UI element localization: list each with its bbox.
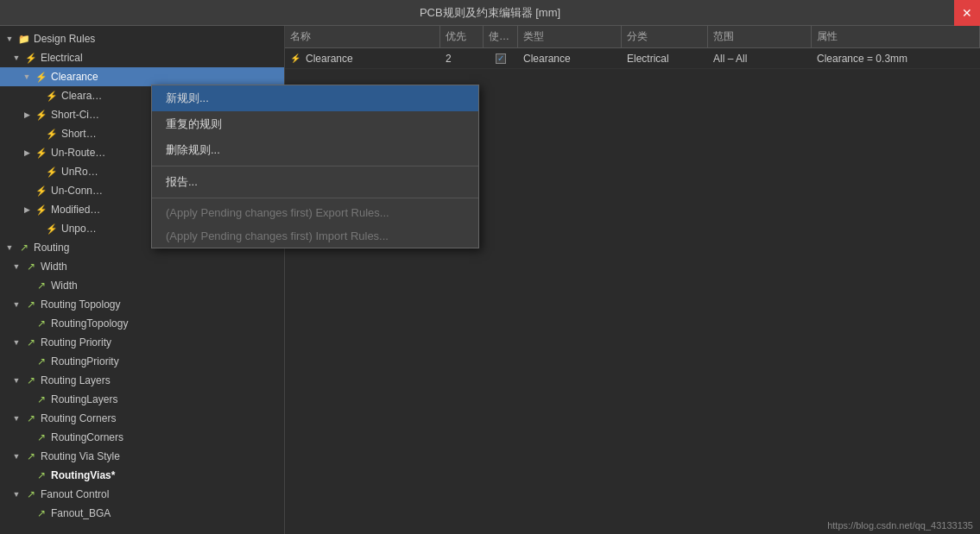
node-icon: ↗ — [35, 355, 48, 368]
tree-item-routing-vias-item[interactable]: ↗RoutingVias* — [0, 466, 284, 485]
tree-item-routing-priority-item[interactable]: ↗RoutingPriority — [0, 352, 284, 371]
node-icon: ⚡ — [35, 70, 48, 84]
cell-name: ⚡ Clearance — [285, 48, 440, 68]
tree-item-label: RoutingLayers — [51, 393, 117, 405]
expand-icon: ▼ — [10, 488, 22, 500]
tree-item-electrical[interactable]: ▼⚡Electrical — [0, 48, 284, 67]
node-icon: ⚡ — [45, 222, 59, 236]
tree-item-label: Cleara… — [61, 90, 102, 102]
tree-item-label: RoutingTopology — [51, 317, 128, 330]
cell-scope: All – All — [708, 48, 812, 68]
tree-item-label: Electrical — [41, 52, 83, 64]
tree-item-label: RoutingVias* — [51, 469, 115, 481]
node-icon: ⚡ — [24, 51, 38, 65]
tree-item-label: Modified… — [51, 204, 100, 216]
node-icon: ⚡ — [45, 89, 59, 103]
menu-item-delete-rule[interactable]: 删除规则... — [152, 137, 478, 163]
expand-icon — [21, 507, 33, 519]
col-header-priority: 优先 — [440, 26, 484, 47]
tree-item-label: Width — [51, 280, 78, 292]
node-icon: ↗ — [24, 487, 38, 501]
expand-icon: ▼ — [10, 261, 22, 273]
node-icon: ⚡ — [35, 203, 48, 217]
tree-item-fanout-bga[interactable]: ↗Fanout_BGA — [0, 504, 284, 523]
tree-item-routing-via-style[interactable]: ▼↗Routing Via Style — [0, 447, 284, 466]
table-row[interactable]: ⚡ Clearance 2 ✓ Clearance Electrical All… — [285, 48, 980, 69]
tree-item-routing-corners-item[interactable]: ↗RoutingCorners — [0, 428, 284, 447]
col-header-category: 分类 — [622, 26, 708, 47]
expand-icon: ▼ — [10, 412, 22, 424]
cell-category: Electrical — [622, 48, 708, 68]
cell-attr: Clearance = 0.3mm — [812, 48, 980, 68]
expand-icon: ▼ — [10, 298, 22, 311]
expand-icon: ▶ — [21, 204, 33, 216]
expand-icon — [21, 185, 33, 197]
tree-item-clearance-group[interactable]: ▼⚡Clearance — [0, 67, 284, 86]
title-bar-title: PCB规则及约束编辑器 [mm] — [420, 5, 560, 21]
col-header-name: 名称 — [285, 26, 440, 47]
enabled-checkbox[interactable]: ✓ — [496, 53, 506, 64]
context-menu: 新规则...重复的规则删除规则...报告...(Apply Pending ch… — [151, 85, 479, 248]
node-icon: ↗ — [35, 393, 48, 406]
tree-item-label: Fanout_BGA — [51, 507, 111, 519]
tree-item-routing-priority[interactable]: ▼↗Routing Priority — [0, 333, 284, 352]
node-icon: ⚡ — [45, 127, 59, 141]
expand-icon: ▶ — [21, 147, 33, 159]
cell-type: Clearance — [518, 48, 622, 68]
tree-item-label: Short… — [61, 128, 97, 140]
expand-icon: ▼ — [3, 33, 16, 45]
menu-item-new-rule[interactable]: 新规则... — [152, 85, 478, 111]
menu-item-report[interactable]: 报告... — [152, 169, 478, 195]
expand-icon: ▼ — [10, 374, 22, 386]
col-header-scope: 范围 — [708, 26, 812, 47]
menu-item-duplicate-rule[interactable]: 重复的规则 — [152, 111, 478, 137]
tree-item-label: Routing Corners — [41, 412, 116, 424]
tree-item-label: Clearance — [51, 71, 98, 83]
node-icon: ↗ — [35, 430, 48, 444]
expand-icon — [21, 431, 33, 443]
menu-item-export-rules: (Apply Pending changes first) Export Rul… — [152, 201, 478, 224]
col-header-attr: 属性 — [812, 26, 980, 47]
tree-item-label: Short-Ci… — [51, 109, 99, 121]
tree-item-label: RoutingPriority — [51, 355, 119, 368]
node-icon: ↗ — [35, 317, 48, 330]
expand-icon — [31, 223, 43, 235]
tree-item-width-group[interactable]: ▼↗Width — [0, 257, 284, 276]
menu-item-import-rules: (Apply Pending changes first) Import Rul… — [152, 224, 478, 248]
node-icon: ↗ — [24, 336, 38, 349]
tree-item-label: Fanout Control — [41, 488, 109, 500]
tree-item-routing-topology-item[interactable]: ↗RoutingTopology — [0, 314, 284, 333]
node-icon: ↗ — [35, 279, 48, 292]
tree-item-routing-topology[interactable]: ▼↗Routing Topology — [0, 295, 284, 314]
node-icon: ↗ — [35, 506, 48, 520]
expand-icon: ▼ — [10, 52, 22, 64]
tree-item-label: Routing Priority — [41, 336, 111, 349]
tree-item-label: Unpo… — [61, 223, 97, 235]
node-icon: 📁 — [17, 32, 31, 46]
expand-icon — [21, 280, 33, 292]
expand-icon: ▶ — [21, 109, 33, 121]
tree-item-label: UnRo… — [61, 166, 98, 178]
tree-item-width-item[interactable]: ↗Width — [0, 276, 284, 295]
status-bar: https://blog.csdn.net/qq_43133135 — [820, 517, 980, 534]
tree-item-fanout-control[interactable]: ▼↗Fanout Control — [0, 485, 284, 504]
tree-item-routing-layers[interactable]: ▼↗Routing Layers — [0, 371, 284, 390]
main-layout: ▼📁Design Rules▼⚡Electrical▼⚡Clearance⚡Cl… — [0, 26, 980, 534]
tree-item-label: Width — [41, 261, 67, 273]
expand-icon: ▼ — [21, 71, 33, 83]
node-icon: ↗ — [24, 411, 38, 425]
tree-item-routing-layers-item[interactable]: ↗RoutingLayers — [0, 390, 284, 409]
tree-item-label: Routing Topology — [41, 298, 121, 311]
tree-item-label: Routing Layers — [41, 374, 111, 386]
node-icon: ⚡ — [35, 146, 48, 160]
cell-priority: 2 — [440, 48, 484, 68]
tree-item-routing-corners[interactable]: ▼↗Routing Corners — [0, 409, 284, 428]
expand-icon: ▼ — [10, 336, 22, 349]
close-button[interactable]: ✕ — [954, 0, 980, 26]
node-icon: ⚡ — [35, 108, 48, 122]
expand-icon — [21, 355, 33, 368]
node-icon: ↗ — [35, 468, 48, 482]
expand-icon: ▼ — [3, 242, 16, 254]
node-icon: ⚡ — [45, 165, 59, 179]
tree-item-design-rules[interactable]: ▼📁Design Rules — [0, 29, 284, 48]
